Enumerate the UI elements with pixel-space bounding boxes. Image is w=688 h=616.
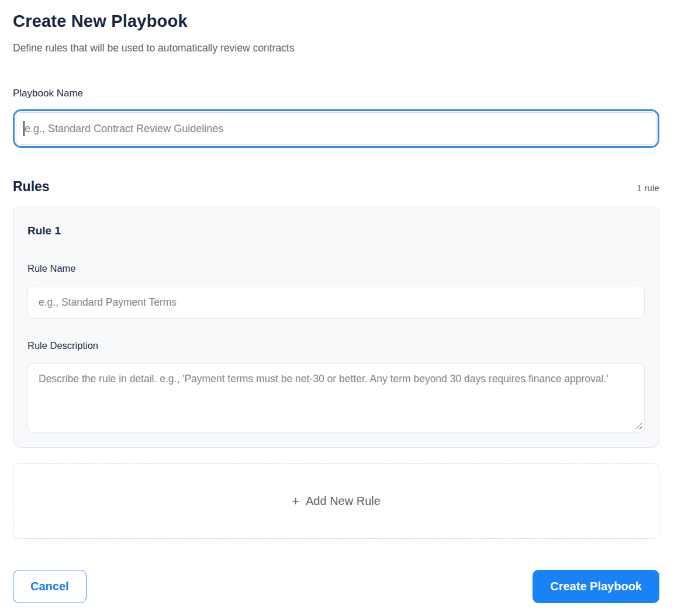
plus-icon: + bbox=[292, 494, 299, 509]
playbook-name-focus-ring bbox=[13, 109, 659, 148]
cancel-button[interactable]: Cancel bbox=[13, 570, 87, 603]
rule-description-wrapper bbox=[27, 363, 645, 433]
rule-count-badge: 1 rule bbox=[637, 183, 659, 193]
playbook-name-label: Playbook Name bbox=[13, 86, 659, 101]
text-caret bbox=[23, 121, 25, 136]
playbook-name-input[interactable] bbox=[16, 112, 656, 145]
rule-title: Rule 1 bbox=[27, 224, 645, 238]
create-playbook-button[interactable]: Create Playbook bbox=[533, 570, 659, 603]
rule-name-label: Rule Name bbox=[27, 262, 645, 275]
rules-heading: Rules bbox=[13, 178, 50, 195]
rule-name-input[interactable] bbox=[27, 286, 645, 319]
footer-actions: Cancel Create Playbook bbox=[13, 570, 659, 603]
page-subtitle: Define rules that will be used to automa… bbox=[13, 41, 659, 55]
page-title: Create New Playbook bbox=[13, 11, 659, 32]
rule-description-textarea[interactable] bbox=[27, 363, 645, 433]
rules-header: Rules 1 rule bbox=[13, 178, 659, 195]
create-playbook-page: Create New Playbook Define rules that wi… bbox=[13, 0, 659, 603]
rule-card: Rule 1 Rule Name Rule Description bbox=[13, 206, 659, 448]
rule-description-label: Rule Description bbox=[27, 340, 645, 352]
add-new-rule-label: Add New Rule bbox=[306, 494, 381, 508]
add-new-rule-button[interactable]: + Add New Rule bbox=[13, 463, 659, 539]
